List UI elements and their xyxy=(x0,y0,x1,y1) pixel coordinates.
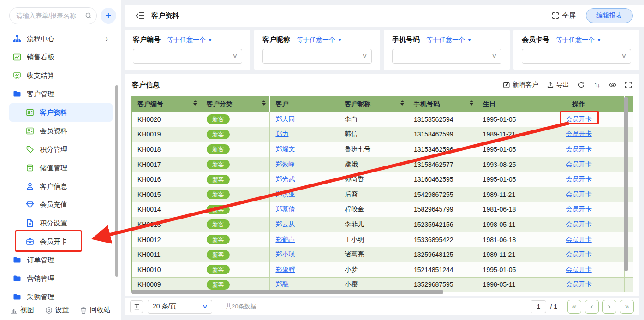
customer-link[interactable]: 郑融 xyxy=(275,280,288,289)
open-member-card-link[interactable]: 会员开卡 xyxy=(566,190,592,199)
column-header[interactable]: 手机号码 xyxy=(408,96,477,112)
sidebar-item-member-recharge[interactable]: 会员充值 xyxy=(9,196,113,214)
prev-page-button[interactable]: ‹ xyxy=(585,300,599,314)
add-customer-button[interactable]: 新增客户 xyxy=(503,81,538,89)
sitemap-icon xyxy=(13,35,21,43)
customer-link[interactable]: 郑光武 xyxy=(275,175,295,184)
sidebar-item-income-settlement[interactable]: 收支结算 xyxy=(9,66,113,85)
first-page-button[interactable]: « xyxy=(567,300,581,314)
chevron-down-icon: ∨ xyxy=(362,53,367,59)
views-button[interactable]: 视图 xyxy=(10,306,34,314)
customer-link[interactable]: 郑小瑛 xyxy=(275,250,295,259)
briefcase-icon xyxy=(26,237,34,246)
customer-link[interactable]: 郑效峰 xyxy=(275,160,295,169)
cell-birthday: 1989-11-21 xyxy=(477,247,534,262)
sidebar-item-marketing-management[interactable]: 营销管理 xyxy=(9,269,113,288)
open-member-card-link[interactable]: 会员开卡 xyxy=(566,115,592,124)
sidebar-scrollbar[interactable] xyxy=(115,85,118,277)
sort-icon[interactable] xyxy=(400,100,404,106)
collapse-sidebar-icon[interactable] xyxy=(136,12,145,20)
filter-operator-dropdown[interactable]: 等于任意一个 ▼ xyxy=(297,36,342,44)
customer-link[interactable]: 郑力 xyxy=(275,130,288,138)
open-member-card-link[interactable]: 会员开卡 xyxy=(566,266,592,274)
sidebar-item-points-settings[interactable]: 积分设置 xyxy=(9,214,113,232)
next-page-button[interactable]: › xyxy=(602,300,616,314)
table-row: KH0010 新客 郑肇骥 小梦 15214851244 1995-01-05 … xyxy=(132,262,633,277)
open-member-card-link[interactable]: 会员开卡 xyxy=(566,220,592,229)
refresh-icon xyxy=(578,81,585,89)
filter-operator-dropdown[interactable]: 等于任意一个 ▼ xyxy=(426,36,471,44)
column-header: 客户 xyxy=(270,96,339,112)
recycle-bin-button[interactable]: 回收站 xyxy=(80,306,111,314)
new-customer-badge: 新客 xyxy=(207,235,230,244)
filter-value-select[interactable]: ∨ xyxy=(392,49,501,64)
fullscreen-button[interactable]: 全屏 xyxy=(552,12,576,20)
sort-icon[interactable] xyxy=(193,100,197,106)
customer-link[interactable]: 郑洪业 xyxy=(275,190,295,199)
eye-icon xyxy=(609,81,616,89)
column-header[interactable]: 客户编号 xyxy=(132,96,201,112)
customer-link[interactable]: 郑耀文 xyxy=(275,145,295,154)
open-member-card-link[interactable]: 会员开卡 xyxy=(566,175,592,184)
table-fullscreen-button[interactable] xyxy=(625,81,632,89)
visibility-button[interactable] xyxy=(609,81,616,89)
table-horizontal-scrollbar[interactable] xyxy=(131,290,443,294)
page-number-input[interactable] xyxy=(531,300,546,313)
cell-phone: 13158462599 xyxy=(408,127,477,142)
sidebar-item-member-data[interactable]: 会员资料 xyxy=(9,122,113,140)
cell-birthday: 1981-06-18 xyxy=(477,202,534,217)
column-header[interactable]: 客户分类 xyxy=(201,96,270,112)
filter-card-phone-number: 手机号码 等于任意一个 ▼ ∨ xyxy=(384,30,510,70)
compose-icon xyxy=(503,81,510,89)
customer-link[interactable]: 郑慕倩 xyxy=(275,205,295,213)
customer-link[interactable]: 郑大同 xyxy=(275,115,295,124)
table-body: KH0020 新客 郑大同 李白 13158562594 1995-01-05 … xyxy=(132,112,633,292)
topbar: 客户资料 全屏 编辑报表 xyxy=(125,5,644,27)
cell-customer-code: KH0013 xyxy=(132,217,201,232)
export-button[interactable]: 导出 xyxy=(547,81,569,89)
open-member-card-link[interactable]: 会员开卡 xyxy=(566,205,592,213)
filter-operator-dropdown[interactable]: 等于任意一个 ▼ xyxy=(167,36,212,44)
table-vertical-scrollbar[interactable] xyxy=(624,97,628,271)
last-page-button[interactable]: » xyxy=(620,300,634,314)
settings-button[interactable]: 设置 xyxy=(45,306,69,314)
column-header: 生日 xyxy=(477,96,534,112)
page-size-select[interactable]: 20 条/页 ∨ xyxy=(148,300,212,314)
customer-link[interactable]: 郑鹤声 xyxy=(275,236,295,244)
search-icon xyxy=(85,12,92,19)
edit-report-button[interactable]: 编辑报表 xyxy=(586,8,633,23)
sort-order-button[interactable]: 1↓ xyxy=(593,81,601,89)
sort-icon[interactable] xyxy=(262,100,266,106)
filter-operator-dropdown[interactable]: 等于任意一个 ▼ xyxy=(556,36,601,44)
sidebar-item-points-management[interactable]: 积分管理 xyxy=(9,140,113,159)
open-member-card-link[interactable]: 会员开卡 xyxy=(566,145,592,154)
sidebar-item-stored-value[interactable]: 储值管理 xyxy=(9,159,113,177)
open-member-card-link[interactable]: 会员开卡 xyxy=(566,280,592,289)
sort-icon[interactable] xyxy=(470,100,473,106)
sidebar-item-member-card-opening[interactable]: 会员开卡 xyxy=(9,232,113,251)
sidebar-item-purchase-management[interactable]: 采购管理 xyxy=(9,288,113,300)
filter-value-select[interactable]: ∨ xyxy=(133,49,242,64)
column-header[interactable]: 客户昵称 xyxy=(339,96,408,112)
refresh-button[interactable] xyxy=(578,81,585,89)
sidebar-item-customer-data[interactable]: 客户资料 xyxy=(9,103,113,122)
open-member-card-link[interactable]: 会员开卡 xyxy=(566,236,592,244)
sidebar-item-process-center[interactable]: 流程中心› xyxy=(9,30,113,48)
open-member-card-link[interactable]: 会员开卡 xyxy=(566,130,592,138)
sidebar-item-customer-management[interactable]: 客户管理 xyxy=(9,85,113,103)
customer-link[interactable]: 郑云从 xyxy=(275,220,295,229)
cell-birthday: 1995-01-05 xyxy=(477,142,534,157)
toggle-toolbar-button[interactable] xyxy=(130,300,143,313)
filter-value-select[interactable]: ∨ xyxy=(262,49,372,64)
sidebar-item-sales-dashboard[interactable]: 销售看板 xyxy=(9,48,113,66)
customer-link[interactable]: 郑肇骥 xyxy=(275,266,295,274)
filter-value-select[interactable]: ∨ xyxy=(522,49,631,64)
card-icon xyxy=(26,164,34,172)
sidebar-item-order-management[interactable]: 订单管理 xyxy=(9,251,113,269)
chevron-down-icon: ∨ xyxy=(491,53,497,59)
add-form-button[interactable]: + xyxy=(101,8,116,24)
search-input[interactable] xyxy=(9,7,97,24)
open-member-card-link[interactable]: 会员开卡 xyxy=(566,250,592,259)
sidebar-item-customer-info[interactable]: 客户信息 xyxy=(9,177,113,196)
open-member-card-link[interactable]: 会员开卡 xyxy=(566,160,592,169)
